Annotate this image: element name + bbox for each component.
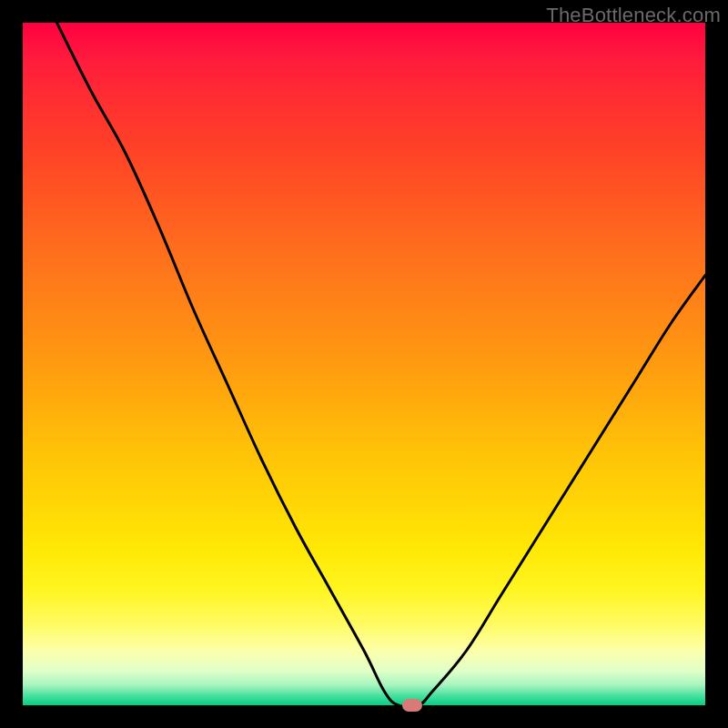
watermark-text: TheBottleneck.com xyxy=(546,4,721,27)
bottleneck-curve xyxy=(23,23,705,705)
chart-container: TheBottleneck.com xyxy=(0,0,728,728)
plot-area xyxy=(23,23,705,705)
optimal-point-marker xyxy=(402,699,422,712)
